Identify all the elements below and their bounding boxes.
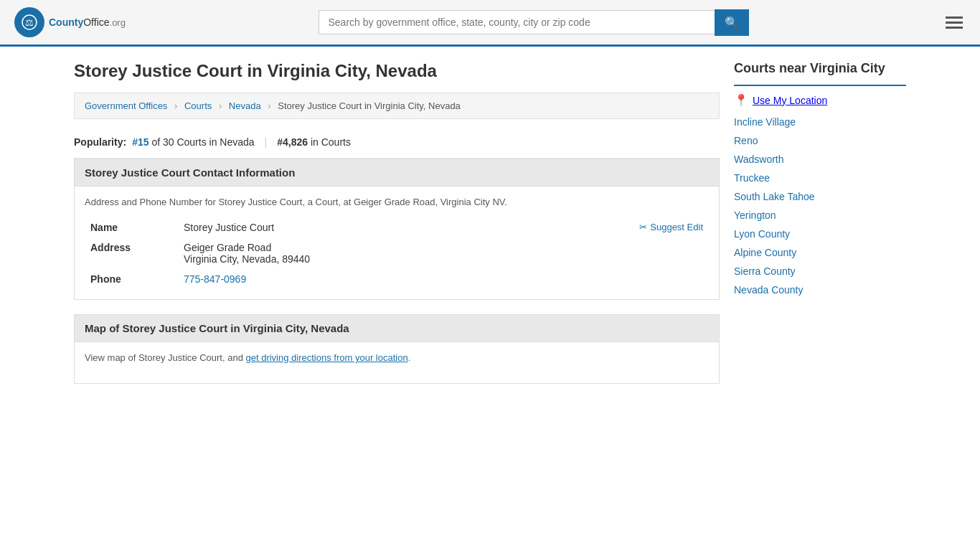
breadcrumb-nevada[interactable]: Nevada (229, 100, 261, 111)
map-section: Map of Storey Justice Court in Virginia … (74, 314, 720, 384)
map-section-header: Map of Storey Justice Court in Virginia … (74, 314, 720, 342)
search-area: 🔍 (319, 9, 749, 36)
breadcrumb-sep-2: › (219, 100, 222, 111)
breadcrumb-current: Storey Justice Court in Virginia City, N… (278, 100, 461, 111)
breadcrumb-courts[interactable]: Courts (184, 100, 212, 111)
court-name: Storey Justice Court (184, 222, 274, 233)
menu-button[interactable] (943, 14, 966, 32)
search-icon: 🔍 (725, 17, 739, 29)
sidebar-item-reno: Reno (734, 131, 906, 150)
map-section-body: View map of Storey Justice Court, and ge… (74, 342, 720, 384)
popularity-label: Popularity: (74, 136, 126, 148)
sidebar-item-truckee: Truckee (734, 169, 906, 187)
address-line1: Geiger Grade Road (184, 242, 703, 253)
logo-area: ⚖ CountyOffice.org (14, 7, 126, 37)
suggest-edit-link[interactable]: ✂ Suggest Edit (639, 222, 703, 232)
sidebar-item-sierra-county: Sierra County (734, 262, 906, 281)
breadcrumb-sep-1: › (174, 100, 177, 111)
use-location-row: 📍 Use My Location (734, 93, 906, 107)
sidebar-item-yerington: Yerington (734, 206, 906, 225)
map-desc-suffix: . (408, 352, 411, 363)
map-description: View map of Storey Justice Court, and ge… (85, 352, 709, 363)
search-button[interactable]: 🔍 (715, 9, 749, 36)
popularity-bar: Popularity: #15 of 30 Courts in Nevada |… (74, 129, 720, 159)
logo-text: CountyOffice.org (49, 17, 126, 28)
sidebar-item-alpine-county: Alpine County (734, 243, 906, 262)
address-label: Address (85, 237, 178, 269)
sidebar: Courts near Virginia City 📍 Use My Locat… (734, 61, 906, 398)
sidebar-item-wadsworth: Wadsworth (734, 150, 906, 169)
logo-office: Office (83, 17, 109, 28)
main-container: Storey Justice Court in Virginia City, N… (60, 47, 920, 413)
popularity-courts-rank: #4,826 in Courts (277, 136, 351, 148)
phone-value: 775-847-0969 (178, 269, 709, 289)
menu-bar-2 (946, 22, 963, 24)
suggest-edit-icon: ✂ (639, 222, 647, 232)
logo-domain: .org (110, 17, 126, 28)
phone-link[interactable]: 775-847-0969 (184, 273, 246, 285)
contact-section: Storey Justice Court Contact Information… (74, 159, 720, 300)
breadcrumb-government-offices[interactable]: Government Offices (85, 100, 167, 111)
page-title: Storey Justice Court in Virginia City, N… (74, 61, 720, 81)
address-line2: Virginia City, Nevada, 89440 (184, 253, 703, 265)
svg-text:⚖: ⚖ (25, 17, 34, 28)
breadcrumb-sep-3: › (268, 100, 270, 111)
location-pin-icon: 📍 (734, 93, 748, 107)
address-value: Geiger Grade Road Virginia City, Nevada,… (178, 237, 709, 269)
popularity-in-courts: in Courts (311, 136, 351, 148)
logo-icon: ⚖ (14, 7, 44, 37)
site-header: ⚖ CountyOffice.org 🔍 (0, 0, 980, 47)
breadcrumb: Government Offices › Courts › Nevada › S… (74, 93, 720, 119)
contact-section-body: Address and Phone Number for Storey Just… (74, 186, 720, 300)
sidebar-item-lyon-county: Lyon County (734, 225, 906, 243)
menu-bar-1 (946, 17, 963, 19)
popularity-rank: #15 of 30 Courts in Nevada (132, 136, 254, 148)
popularity-of-courts: of 30 Courts in Nevada (151, 136, 254, 148)
use-location-link[interactable]: Use My Location (753, 95, 827, 106)
contact-description: Address and Phone Number for Storey Just… (85, 197, 709, 207)
popularity-rank-link[interactable]: #15 (132, 136, 149, 148)
logo-county: County (49, 17, 83, 28)
sidebar-item-nevada-county: Nevada County (734, 281, 906, 299)
popularity-courts-rank-value: #4,826 (277, 136, 308, 148)
sidebar-title: Courts near Virginia City (734, 61, 906, 86)
sidebar-item-south-lake-tahoe: South Lake Tahoe (734, 187, 906, 206)
popularity-divider: | (265, 136, 268, 148)
contact-section-header: Storey Justice Court Contact Information (74, 159, 720, 186)
table-row-phone: Phone 775-847-0969 (85, 269, 709, 289)
name-value: Storey Justice Court ✂ Suggest Edit (178, 217, 709, 237)
phone-label: Phone (85, 269, 178, 289)
contact-info-table: Name Storey Justice Court ✂ Suggest Edit… (85, 217, 709, 289)
table-row-address: Address Geiger Grade Road Virginia City,… (85, 237, 709, 269)
table-row-name: Name Storey Justice Court ✂ Suggest Edit (85, 217, 709, 237)
menu-bar-3 (946, 27, 963, 29)
sidebar-item-incline-village: Incline Village (734, 113, 906, 131)
sidebar-links-list: Incline Village Reno Wadsworth Truckee S… (734, 113, 906, 299)
content-area: Storey Justice Court in Virginia City, N… (74, 61, 720, 398)
suggest-edit-label: Suggest Edit (650, 222, 703, 232)
name-label: Name (85, 217, 178, 237)
map-desc-prefix: View map of Storey Justice Court, and (85, 352, 245, 363)
search-input[interactable] (319, 10, 715, 34)
driving-directions-link[interactable]: get driving directions from your locatio… (245, 352, 407, 363)
